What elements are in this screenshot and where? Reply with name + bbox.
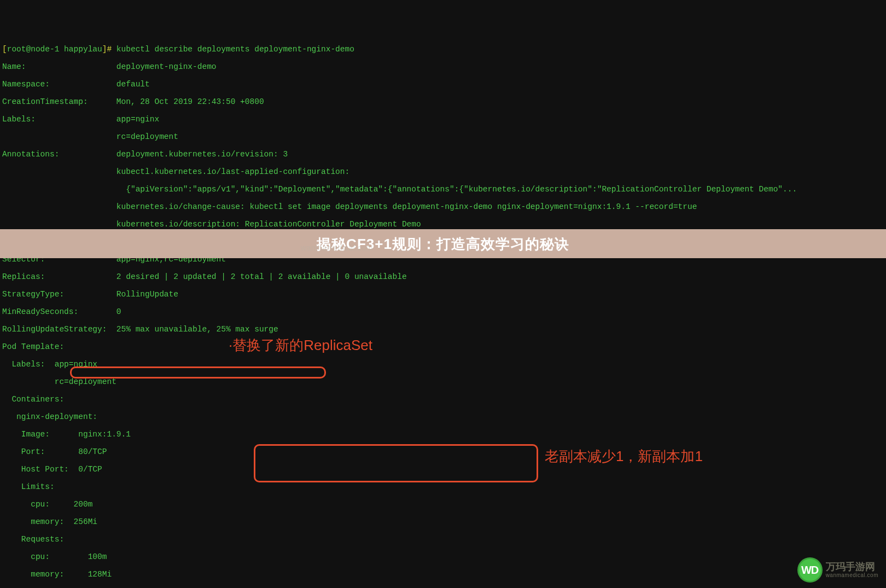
output-line: kubernetes.io/description: ReplicationCo… [2, 220, 884, 229]
output-line: memory: 256Mi [2, 517, 884, 526]
prompt-userhost: root@node-1 happylau [7, 45, 102, 54]
output-line: Annotations: deployment.kubernetes.io/re… [2, 150, 884, 159]
output-line: RollingUpdateStrategy: 25% max unavailab… [2, 325, 884, 334]
watermark-badge-icon: WD [797, 557, 823, 583]
command: kubectl describe deployments deployment-… [116, 45, 354, 54]
output-line: Labels: app=nginx [2, 360, 884, 369]
terminal[interactable]: [root@node-1 happylau]# kubectl describe… [0, 35, 886, 588]
output-line: Name: deployment-nginx-demo [2, 62, 884, 71]
output-line: MinReadySeconds: 0 [2, 307, 884, 316]
output-line: Pod Template: [2, 342, 884, 351]
output-line: Port: 80/TCP [2, 447, 884, 456]
output-line: memory: 128Mi [2, 570, 884, 579]
annotation-text: 老副本减少1，新副本加1 [545, 448, 703, 464]
output-line: Image: nginx:1.9.1 [2, 430, 884, 439]
watermark-text: 万玛手游网 wanmamedical.com [826, 562, 878, 579]
overlay-banner: 揭秘CF3+1规则：打造高效学习的秘诀 [0, 229, 886, 258]
output-line: CreationTimestamp: Mon, 28 Oct 2019 22:4… [2, 97, 884, 106]
faint-watermark: wanmamedical.com [301, 243, 373, 252]
annotation-replace-replicaset: ·替换了新的ReplicaSet [229, 341, 372, 350]
output-line: cpu: 100m [2, 552, 884, 561]
watermark-cn: 万玛手游网 [826, 562, 878, 573]
watermark-en: wanmamedical.com [826, 572, 878, 578]
output-line: Containers: [2, 395, 884, 404]
output-line: kubectl.kubernetes.io/last-applied-confi… [2, 167, 884, 176]
output-line: kubernetes.io/change-cause: kubectl set … [2, 202, 884, 211]
output-line: Namespace: default [2, 80, 884, 89]
output-line: StrategyType: RollingUpdate [2, 290, 884, 299]
output-line: nginx-deployment: [2, 412, 884, 421]
output-line: Replicas: 2 desired | 2 updated | 2 tota… [2, 272, 884, 281]
annotation-old-new-replicas: 老副本减少1，新副本加1 [545, 452, 703, 461]
output-line: Host Port: 0/TCP [2, 465, 884, 474]
output-line: rc=deployment [2, 377, 884, 386]
output-line: Labels: app=nginx [2, 115, 884, 124]
prompt-close: ]# [102, 45, 116, 54]
prompt-line: [root@node-1 happylau]# kubectl describe… [2, 45, 884, 54]
annotation-text: 替换了新的ReplicaSet [232, 337, 372, 353]
output-line: Requests: [2, 535, 884, 544]
output-line: {"apiVersion":"apps/v1","kind":"Deployme… [2, 185, 884, 194]
watermark: WD 万玛手游网 wanmamedical.com [797, 557, 878, 583]
output-line: cpu: 200m [2, 500, 884, 509]
output-line: rc=deployment [2, 132, 884, 141]
output-line: Limits: [2, 482, 884, 491]
prompt-open: [ [2, 45, 7, 54]
